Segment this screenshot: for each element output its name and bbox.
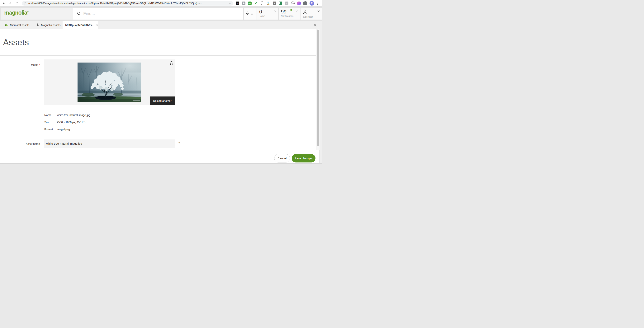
delete-media-icon[interactable] xyxy=(170,61,174,65)
media-name-row: Name white-tree-natural-image.jpg xyxy=(44,114,90,117)
asset-preview-image[interactable] xyxy=(78,62,141,102)
tab-upload-detail-active[interactable]: b!l9Kpuaj9xEubThFx... xyxy=(62,21,98,29)
scrollbar-track[interactable] xyxy=(316,29,320,150)
page-title: Assets xyxy=(0,29,320,47)
bookmark-star-icon[interactable]: ☆ xyxy=(229,1,231,5)
help-icon[interactable]: ? xyxy=(178,142,180,145)
notifications-panel[interactable]: 99+ Notifications xyxy=(279,8,300,19)
footer-right-divider xyxy=(319,150,320,163)
hash-extension-icon[interactable]: # xyxy=(273,1,276,5)
search-input[interactable] xyxy=(83,11,218,16)
tasks-label: Tasks xyxy=(259,15,278,17)
browser-profile-avatar[interactable]: R xyxy=(310,1,314,5)
microsoft-assets-app-icon xyxy=(4,23,8,27)
media-format-label: Format xyxy=(44,128,54,131)
right-gutter xyxy=(320,21,322,163)
tasks-panel[interactable]: 0 Tasks xyxy=(257,8,278,19)
camera-extension-icon[interactable] xyxy=(242,1,246,5)
tab-label: Magnolia assets xyxy=(41,23,60,27)
media-preview-panel: Upload another xyxy=(44,59,175,105)
asset-name-label: Asset name xyxy=(12,142,40,145)
close-app-icon[interactable] xyxy=(314,23,317,26)
media-name-label: Name xyxy=(44,114,54,117)
title-section: Assets xyxy=(0,29,320,56)
required-asterisk: * xyxy=(39,63,40,66)
design-extension-icon[interactable] xyxy=(297,1,301,5)
media-size-value: 2560 x 1600 px, 453 KB xyxy=(57,121,86,124)
detail-content: Assets Media* xyxy=(0,29,320,150)
mobile-extension-icon[interactable] xyxy=(260,1,264,5)
notifications-count: 99+ xyxy=(281,9,290,14)
cancel-button[interactable]: Cancel xyxy=(274,154,290,162)
json-extension-icon[interactable]: {...} xyxy=(291,1,294,5)
find-bar xyxy=(73,8,243,19)
magnolia-logo: magnolia® xyxy=(4,9,28,16)
tab-microsoft-assets[interactable]: Microsoft assets xyxy=(0,21,31,29)
media-size-label: Size xyxy=(44,121,54,124)
media-field-label: Media* xyxy=(12,63,40,66)
browser-menu-icon[interactable] xyxy=(316,1,319,5)
tab-magnolia-assets[interactable]: Magnolia assets xyxy=(32,21,62,29)
media-name-value: white-tree-natural-image.jpg xyxy=(57,114,90,117)
notifications-label: Notifications xyxy=(281,15,300,17)
search-icon xyxy=(77,11,81,16)
media-format-value: image/jpeg xyxy=(57,128,70,131)
validator-extension-icon[interactable]: ✓ xyxy=(254,1,258,5)
chevron-down-icon[interactable] xyxy=(318,10,320,12)
timer-extension-icon[interactable]: ⌛ xyxy=(266,1,270,5)
asset-name-input[interactable] xyxy=(44,139,175,148)
forward-icon[interactable] xyxy=(8,0,13,6)
header-tools-panel xyxy=(244,8,256,19)
app-launcher-grid-icon[interactable] xyxy=(251,12,254,15)
user-label: superuser xyxy=(302,15,322,18)
upload-another-button[interactable]: Upload another xyxy=(150,96,175,105)
footer-bar: Cancel Save changes xyxy=(0,150,320,163)
bottom-strip xyxy=(0,163,322,164)
cors-extension-icon[interactable]: CORS xyxy=(248,1,252,5)
app-tabbar: Microsoft assets Magnolia assets b!l9Kpu… xyxy=(0,21,322,29)
address-bar[interactable]: localhost:8080/.magnolia/admincentral#ap… xyxy=(22,1,233,5)
chevron-down-icon[interactable] xyxy=(274,10,276,12)
extensions-puzzle-icon[interactable] xyxy=(304,1,307,5)
reload-icon[interactable] xyxy=(14,0,20,6)
save-changes-button[interactable]: Save changes xyxy=(292,154,316,162)
media-format-row: Format image/jpeg xyxy=(44,128,70,131)
chevron-down-icon[interactable] xyxy=(296,10,298,12)
extensions-row: JB CORS ✓ ⌛ # a {...} xyxy=(236,1,307,5)
url-text: localhost:8080/.magnolia/admincentral#ap… xyxy=(28,2,228,4)
chat-extension-icon[interactable]: a xyxy=(285,1,288,5)
tab-label: Microsoft assets xyxy=(10,23,29,27)
media-size-row: Size 2560 x 1600 px, 453 KB xyxy=(44,121,86,124)
magnolia-assets-app-icon xyxy=(36,23,39,27)
site-info-icon[interactable] xyxy=(24,2,26,4)
spreadsheet-extension-icon[interactable] xyxy=(279,1,282,5)
tab-label: b!l9Kpuaj9xEubThFx... xyxy=(65,23,94,27)
app-header: magnolia® 0 Tasks 99+ Notifications supe… xyxy=(0,6,322,21)
scrollbar-thumb[interactable] xyxy=(317,29,319,146)
back-icon[interactable] xyxy=(1,0,6,6)
browser-toolbar: localhost:8080/.magnolia/admincentral#ap… xyxy=(0,0,322,6)
close-tab-icon[interactable] xyxy=(96,24,98,26)
jetbrains-extension-icon[interactable]: JB xyxy=(236,1,239,5)
microphone-icon[interactable] xyxy=(246,11,249,16)
notification-dot xyxy=(290,9,292,11)
magnolia-admin-page: localhost:8080/.magnolia/admincentral#ap… xyxy=(0,0,322,164)
tasks-count: 0 xyxy=(259,9,262,14)
logo-panel: magnolia® xyxy=(0,8,73,19)
user-icon xyxy=(302,9,307,14)
user-panel[interactable]: superuser xyxy=(300,8,322,19)
